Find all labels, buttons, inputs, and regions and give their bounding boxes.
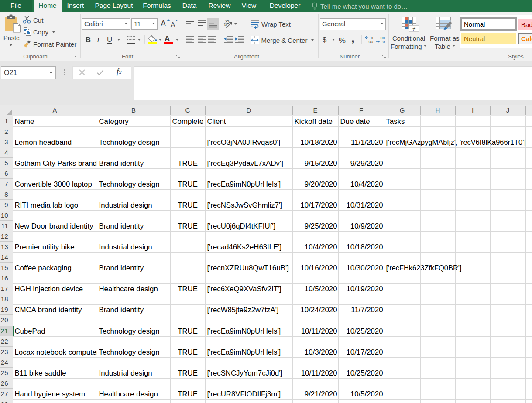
svg-text:.00: .00 [367,39,373,44]
svg-text:.0: .0 [381,39,385,44]
svg-text:≠: ≠ [412,26,415,32]
